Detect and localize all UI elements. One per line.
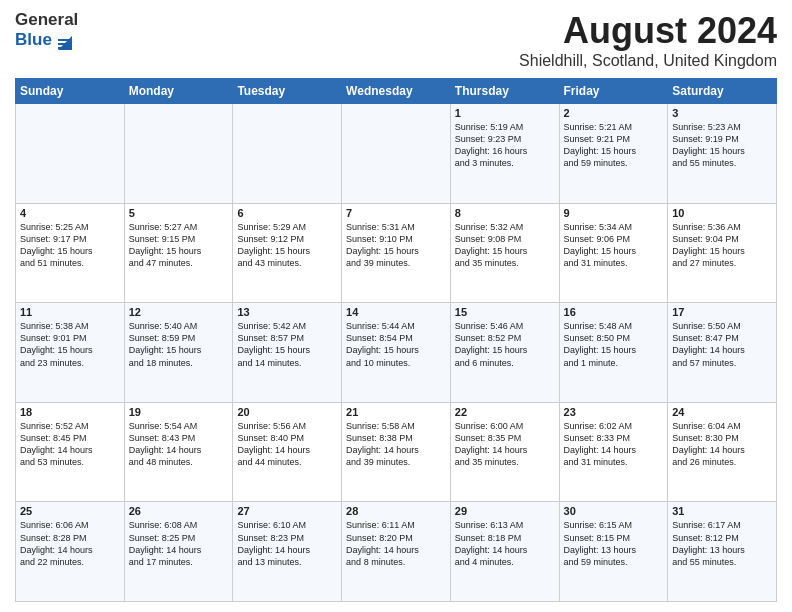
- day-info: Sunrise: 5:44 AMSunset: 8:54 PMDaylight:…: [346, 320, 446, 369]
- day-number: 5: [129, 207, 229, 219]
- day-number: 2: [564, 107, 664, 119]
- day-number: 20: [237, 406, 337, 418]
- col-header-sunday: Sunday: [16, 79, 125, 104]
- day-cell: 12Sunrise: 5:40 AMSunset: 8:59 PMDayligh…: [124, 303, 233, 403]
- day-info: Sunrise: 5:42 AMSunset: 8:57 PMDaylight:…: [237, 320, 337, 369]
- day-cell: 10Sunrise: 5:36 AMSunset: 9:04 PMDayligh…: [668, 203, 777, 303]
- day-cell: 22Sunrise: 6:00 AMSunset: 8:35 PMDayligh…: [450, 402, 559, 502]
- day-cell: 23Sunrise: 6:02 AMSunset: 8:33 PMDayligh…: [559, 402, 668, 502]
- day-cell: 9Sunrise: 5:34 AMSunset: 9:06 PMDaylight…: [559, 203, 668, 303]
- day-number: 24: [672, 406, 772, 418]
- col-header-friday: Friday: [559, 79, 668, 104]
- day-number: 8: [455, 207, 555, 219]
- day-number: 10: [672, 207, 772, 219]
- logo-blue: Blue: [15, 30, 52, 50]
- day-info: Sunrise: 5:19 AMSunset: 9:23 PMDaylight:…: [455, 121, 555, 170]
- day-info: Sunrise: 5:31 AMSunset: 9:10 PMDaylight:…: [346, 221, 446, 270]
- header: General Blue August 2024 Shieldhill, Sco…: [15, 10, 777, 70]
- logo-general: General: [15, 10, 78, 30]
- logo-wrapper: General Blue: [15, 10, 78, 51]
- day-number: 18: [20, 406, 120, 418]
- day-info: Sunrise: 6:15 AMSunset: 8:15 PMDaylight:…: [564, 519, 664, 568]
- day-info: Sunrise: 6:00 AMSunset: 8:35 PMDaylight:…: [455, 420, 555, 469]
- day-number: 31: [672, 505, 772, 517]
- day-info: Sunrise: 6:10 AMSunset: 8:23 PMDaylight:…: [237, 519, 337, 568]
- day-info: Sunrise: 5:36 AMSunset: 9:04 PMDaylight:…: [672, 221, 772, 270]
- day-cell: 7Sunrise: 5:31 AMSunset: 9:10 PMDaylight…: [342, 203, 451, 303]
- day-cell: 18Sunrise: 5:52 AMSunset: 8:45 PMDayligh…: [16, 402, 125, 502]
- day-number: 12: [129, 306, 229, 318]
- day-info: Sunrise: 5:46 AMSunset: 8:52 PMDaylight:…: [455, 320, 555, 369]
- day-cell: 31Sunrise: 6:17 AMSunset: 8:12 PMDayligh…: [668, 502, 777, 602]
- day-cell: 15Sunrise: 5:46 AMSunset: 8:52 PMDayligh…: [450, 303, 559, 403]
- day-info: Sunrise: 5:21 AMSunset: 9:21 PMDaylight:…: [564, 121, 664, 170]
- col-header-thursday: Thursday: [450, 79, 559, 104]
- day-info: Sunrise: 5:23 AMSunset: 9:19 PMDaylight:…: [672, 121, 772, 170]
- day-cell: 3Sunrise: 5:23 AMSunset: 9:19 PMDaylight…: [668, 104, 777, 204]
- day-info: Sunrise: 5:25 AMSunset: 9:17 PMDaylight:…: [20, 221, 120, 270]
- day-number: 28: [346, 505, 446, 517]
- day-number: 9: [564, 207, 664, 219]
- day-cell: 27Sunrise: 6:10 AMSunset: 8:23 PMDayligh…: [233, 502, 342, 602]
- day-cell: 24Sunrise: 6:04 AMSunset: 8:30 PMDayligh…: [668, 402, 777, 502]
- day-cell: 25Sunrise: 6:06 AMSunset: 8:28 PMDayligh…: [16, 502, 125, 602]
- col-header-wednesday: Wednesday: [342, 79, 451, 104]
- day-info: Sunrise: 6:11 AMSunset: 8:20 PMDaylight:…: [346, 519, 446, 568]
- title-area: August 2024 Shieldhill, Scotland, United…: [519, 10, 777, 70]
- month-title: August 2024: [519, 10, 777, 52]
- day-cell: 21Sunrise: 5:58 AMSunset: 8:38 PMDayligh…: [342, 402, 451, 502]
- day-info: Sunrise: 5:52 AMSunset: 8:45 PMDaylight:…: [20, 420, 120, 469]
- day-number: 16: [564, 306, 664, 318]
- day-number: 11: [20, 306, 120, 318]
- day-cell: 26Sunrise: 6:08 AMSunset: 8:25 PMDayligh…: [124, 502, 233, 602]
- day-info: Sunrise: 5:48 AMSunset: 8:50 PMDaylight:…: [564, 320, 664, 369]
- day-info: Sunrise: 5:34 AMSunset: 9:06 PMDaylight:…: [564, 221, 664, 270]
- day-number: 4: [20, 207, 120, 219]
- week-row-4: 25Sunrise: 6:06 AMSunset: 8:28 PMDayligh…: [16, 502, 777, 602]
- day-number: 21: [346, 406, 446, 418]
- col-header-monday: Monday: [124, 79, 233, 104]
- day-cell: 20Sunrise: 5:56 AMSunset: 8:40 PMDayligh…: [233, 402, 342, 502]
- day-number: 29: [455, 505, 555, 517]
- day-cell: 5Sunrise: 5:27 AMSunset: 9:15 PMDaylight…: [124, 203, 233, 303]
- day-number: 19: [129, 406, 229, 418]
- day-cell: [124, 104, 233, 204]
- col-header-saturday: Saturday: [668, 79, 777, 104]
- day-info: Sunrise: 5:54 AMSunset: 8:43 PMDaylight:…: [129, 420, 229, 469]
- day-cell: 8Sunrise: 5:32 AMSunset: 9:08 PMDaylight…: [450, 203, 559, 303]
- day-cell: 16Sunrise: 5:48 AMSunset: 8:50 PMDayligh…: [559, 303, 668, 403]
- page: General Blue August 2024 Shieldhill, Sco…: [0, 0, 792, 612]
- week-row-1: 4Sunrise: 5:25 AMSunset: 9:17 PMDaylight…: [16, 203, 777, 303]
- logo-icon: [54, 32, 76, 50]
- day-number: 22: [455, 406, 555, 418]
- day-number: 23: [564, 406, 664, 418]
- day-info: Sunrise: 5:50 AMSunset: 8:47 PMDaylight:…: [672, 320, 772, 369]
- day-cell: 19Sunrise: 5:54 AMSunset: 8:43 PMDayligh…: [124, 402, 233, 502]
- day-cell: [342, 104, 451, 204]
- day-info: Sunrise: 5:29 AMSunset: 9:12 PMDaylight:…: [237, 221, 337, 270]
- day-cell: 11Sunrise: 5:38 AMSunset: 9:01 PMDayligh…: [16, 303, 125, 403]
- day-cell: 29Sunrise: 6:13 AMSunset: 8:18 PMDayligh…: [450, 502, 559, 602]
- day-info: Sunrise: 5:56 AMSunset: 8:40 PMDaylight:…: [237, 420, 337, 469]
- day-number: 30: [564, 505, 664, 517]
- day-info: Sunrise: 5:58 AMSunset: 8:38 PMDaylight:…: [346, 420, 446, 469]
- day-info: Sunrise: 6:06 AMSunset: 8:28 PMDaylight:…: [20, 519, 120, 568]
- day-number: 14: [346, 306, 446, 318]
- day-number: 6: [237, 207, 337, 219]
- day-number: 7: [346, 207, 446, 219]
- week-row-2: 11Sunrise: 5:38 AMSunset: 9:01 PMDayligh…: [16, 303, 777, 403]
- location: Shieldhill, Scotland, United Kingdom: [519, 52, 777, 70]
- day-number: 26: [129, 505, 229, 517]
- day-number: 1: [455, 107, 555, 119]
- day-cell: 4Sunrise: 5:25 AMSunset: 9:17 PMDaylight…: [16, 203, 125, 303]
- day-cell: 17Sunrise: 5:50 AMSunset: 8:47 PMDayligh…: [668, 303, 777, 403]
- day-number: 25: [20, 505, 120, 517]
- day-info: Sunrise: 5:32 AMSunset: 9:08 PMDaylight:…: [455, 221, 555, 270]
- day-cell: 6Sunrise: 5:29 AMSunset: 9:12 PMDaylight…: [233, 203, 342, 303]
- day-cell: [233, 104, 342, 204]
- week-row-3: 18Sunrise: 5:52 AMSunset: 8:45 PMDayligh…: [16, 402, 777, 502]
- day-info: Sunrise: 6:13 AMSunset: 8:18 PMDaylight:…: [455, 519, 555, 568]
- day-number: 15: [455, 306, 555, 318]
- day-cell: [16, 104, 125, 204]
- col-header-tuesday: Tuesday: [233, 79, 342, 104]
